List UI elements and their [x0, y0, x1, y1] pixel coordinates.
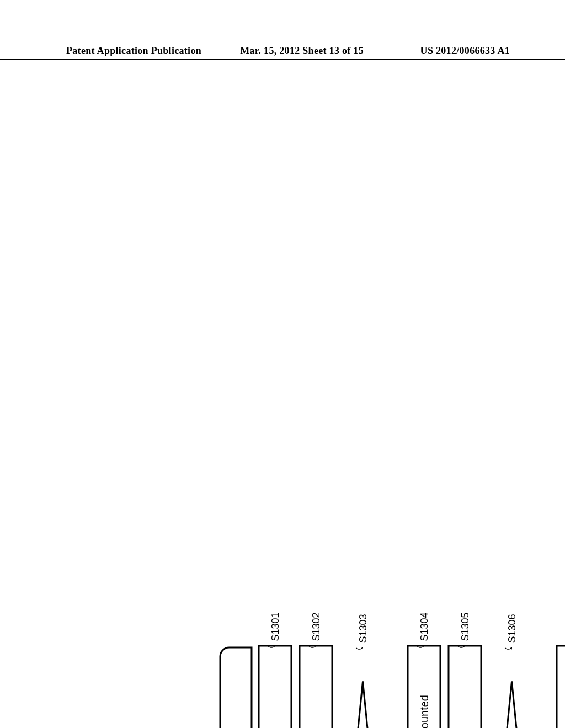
step-s1301: Specify the number of tasks of the targe…	[258, 645, 292, 729]
decision-s1303-text: Different?	[340, 649, 386, 729]
decision-s1306-label: ⤸S1306	[506, 614, 518, 652]
branch-labels-s1306: YES NO	[540, 649, 551, 729]
header-right: US 2012/0066633 A1	[371, 45, 510, 57]
decision-s1303-label: ⤸S1303	[357, 614, 369, 652]
page: Patent Application Publication Mar. 15, …	[0, 0, 565, 728]
decision-s1303: Different? ⤸S1303	[340, 649, 386, 729]
step-s1304-label: ⤸S1304	[418, 613, 430, 651]
step-s1302: Count the number of tasks ⤸S1302	[299, 645, 333, 729]
step-s1302-label: ⤸S1302	[310, 613, 322, 651]
header-center: Mar. 15, 2012 Sheet 13 of 15	[233, 45, 371, 57]
decision-s1306: Increased? ⤸S1306	[489, 649, 535, 729]
step-s1304-text: Update the number of statuses of the tar…	[418, 695, 430, 728]
figure-rotated-container: Fig. 13 Start For various statuses Speci…	[324, 345, 566, 729]
decision-s1306-text: Increased?	[489, 649, 535, 729]
figure-13: Fig. 13 Start For various statuses Speci…	[158, 621, 566, 729]
step-s1307: Change the icon display of the target st…	[556, 645, 566, 729]
step-s1305-label: ⤸S1305	[459, 613, 471, 651]
page-header: Patent Application Publication Mar. 15, …	[0, 45, 565, 60]
branch-labels-s1303: YES NO	[391, 649, 402, 729]
figure-title: Fig. 13	[158, 621, 180, 729]
header-left: Patent Application Publication	[66, 45, 233, 57]
step-s1304: Update the number of statuses of the tar…	[407, 645, 441, 729]
loop-body: Specify the number of tasks of the targe…	[258, 649, 566, 729]
flowchart: Start For various statuses Specify the n…	[185, 621, 566, 729]
loop-header: For various statuses	[220, 647, 253, 729]
step-s1301-label: ⤸S1301	[269, 613, 281, 651]
step-s1305: Display the number of tasks counted ⤸S13…	[448, 645, 482, 729]
